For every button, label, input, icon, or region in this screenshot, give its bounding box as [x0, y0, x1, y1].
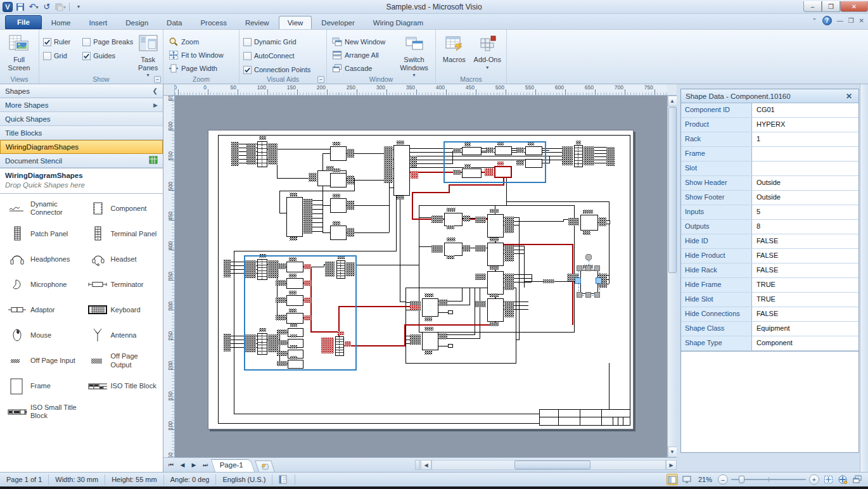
ribbon-tab-design[interactable]: Design — [117, 16, 157, 29]
stencil-section-more-shapes[interactable]: More Shapes▶ — [0, 98, 163, 112]
shape-data-value[interactable] — [752, 147, 858, 161]
stencil-shape-off-page-output[interactable]: Off Page Output — [82, 352, 162, 369]
stencil-shape-off-page-input[interactable]: Off Page Input — [1, 352, 82, 369]
connection-points-checkbox[interactable]: Connection Points — [243, 63, 322, 76]
stencil-section-quick-shapes[interactable]: Quick Shapes — [0, 112, 163, 126]
zoom-percentage[interactable]: 21% — [696, 476, 715, 483]
fit-to-window-button[interactable]: Fit to Window — [166, 48, 236, 61]
status-height[interactable]: Height: 55 mm — [105, 474, 164, 485]
grid-checkbox[interactable]: Grid — [43, 49, 79, 62]
visio-app-icon[interactable]: V — [3, 2, 13, 12]
shape-data-value[interactable]: Component — [752, 336, 858, 350]
shape-data-value[interactable] — [752, 162, 858, 175]
stencil-shape-dynamic-connector[interactable]: Dynamic Connector — [1, 200, 82, 217]
zoom-slider-thumb[interactable] — [739, 476, 744, 483]
stencil-shape-adaptor[interactable]: Adaptor — [1, 302, 82, 318]
horizontal-scroll-thumb[interactable] — [514, 460, 590, 469]
scroll-right-icon[interactable]: ▶ — [666, 460, 677, 470]
macros-button[interactable]: Macros — [438, 31, 470, 73]
shape-data-value[interactable]: Equipment — [752, 322, 858, 336]
help-icon[interactable]: ? — [822, 16, 832, 25]
shape-data-value[interactable]: FALSE — [752, 264, 858, 277]
stencil-section-wiringdiagramshapes[interactable]: WiringDiagramShapes — [0, 140, 163, 154]
vertical-scroll-thumb[interactable] — [668, 107, 677, 273]
status-width[interactable]: Width: 30 mm — [49, 474, 105, 485]
stencil-section-title-blocks[interactable]: Title Blocks — [0, 126, 163, 140]
tab-splitter[interactable] — [415, 460, 420, 470]
shape-data-value[interactable]: FALSE — [752, 234, 858, 248]
save-button[interactable] — [15, 1, 26, 13]
redo-button[interactable]: ↺ — [41, 1, 53, 13]
ribbon-tab-home[interactable]: Home — [42, 16, 80, 29]
stencil-shape-frame[interactable]: Frame — [1, 378, 82, 395]
drawing-viewport[interactable] — [175, 96, 667, 457]
status-page-indicator[interactable]: Page 1 of 1 — [0, 474, 49, 485]
ribbon-tab-data[interactable]: Data — [158, 16, 191, 29]
switch-windows-button[interactable]: Switch Windows▾ — [395, 31, 433, 73]
stencil-shape-iso-title-block[interactable]: ISO Title Block — [82, 378, 162, 395]
undo-button[interactable]: ↶▾ — [28, 1, 39, 13]
doc-close-icon[interactable]: ✕ — [859, 17, 864, 24]
guides-checkbox[interactable]: Guides — [82, 49, 133, 62]
ribbon-tab-view[interactable]: View — [279, 16, 312, 29]
stencil-shape-headset[interactable]: Headset — [82, 251, 162, 267]
stencil-shape-patch-panel[interactable]: Patch Panel — [1, 225, 82, 242]
page-width-button[interactable]: Page Width — [166, 61, 236, 75]
ribbon-tab-process[interactable]: Process — [191, 16, 236, 29]
stencil-shape-mouse[interactable]: Mouse — [1, 327, 82, 343]
page-tab[interactable]: Page-1 — [211, 459, 255, 472]
page-breaks-checkbox[interactable]: Page Breaks — [82, 35, 133, 48]
switch-windows-status-icon[interactable] — [852, 474, 863, 485]
stencil-shape-headphones[interactable]: Headphones — [1, 251, 82, 267]
shape-data-value[interactable]: 1 — [752, 132, 858, 146]
status-angle[interactable]: Angle: 0 deg — [164, 474, 217, 485]
normal-view-icon[interactable] — [667, 474, 678, 485]
shape-data-header[interactable]: Shape Data - Component.10160 ✕ — [681, 89, 858, 103]
stencil-shape-iso-small-title-block[interactable]: ISO Small Title Block — [1, 403, 82, 420]
stencil-shape-terminator[interactable]: Terminator — [82, 276, 162, 293]
stencil-shape-terminal-panel[interactable]: Terminal Panel — [82, 225, 162, 242]
shape-data-value[interactable]: FALSE — [752, 307, 858, 321]
ribbon-tab-wiring-diagram[interactable]: Wiring Diagram — [364, 16, 432, 29]
arrange-all-button[interactable]: Arrange All — [329, 48, 394, 61]
stencil-shape-microphone[interactable]: Microphone — [1, 276, 82, 293]
stencil-shape-keyboard[interactable]: Keyboard — [82, 302, 162, 318]
drawing-page[interactable] — [208, 130, 634, 429]
shape-data-value[interactable]: TRUE — [752, 293, 858, 307]
shape-data-value[interactable]: CG01 — [752, 103, 858, 117]
shape-data-value[interactable]: TRUE — [752, 278, 858, 292]
full-screen-view-icon[interactable] — [681, 474, 692, 485]
next-page-icon[interactable]: ▶ — [189, 462, 199, 468]
shape-data-value[interactable]: Outside — [752, 191, 858, 205]
shapes-panel-header[interactable]: Shapes❮ — [0, 84, 163, 98]
vertical-scrollbar[interactable]: ▲ ▼ — [667, 96, 677, 457]
pan-zoom-window-icon[interactable] — [837, 474, 848, 485]
scroll-left-icon[interactable]: ◀ — [421, 460, 431, 470]
doc-minimize-icon[interactable]: — — [837, 17, 843, 24]
visual-aids-dialog-launcher[interactable]: ⌐ — [317, 76, 324, 83]
stencil-section-document-stencil[interactable]: Document Stencil — [0, 154, 163, 168]
wiring-diagram[interactable] — [208, 130, 634, 430]
insert-page-tab[interactable] — [255, 460, 275, 472]
full-screen-button[interactable]: Full Screen — [3, 31, 35, 73]
status-language[interactable]: English (U.S.) — [216, 474, 272, 485]
scroll-up-icon[interactable]: ▲ — [668, 96, 677, 106]
shape-data-close-icon[interactable]: ✕ — [844, 92, 854, 101]
shape-data-value[interactable]: HYPERX — [752, 118, 858, 132]
cascade-button[interactable]: Cascade — [329, 61, 394, 75]
zoom-out-icon[interactable]: – — [718, 474, 728, 485]
dynamic-grid-checkbox[interactable]: Dynamic Grid — [243, 35, 322, 48]
shape-data-value[interactable]: 5 — [752, 205, 858, 219]
stencil-shape-component[interactable]: Component — [82, 200, 162, 217]
horizontal-scrollbar[interactable]: ◀ ▶ — [414, 458, 677, 472]
minimize-button[interactable]: – — [803, 1, 822, 12]
shape-data-value[interactable]: 8 — [752, 220, 858, 234]
ribbon-tab-insert[interactable]: Insert — [80, 16, 117, 29]
ribbon-tab-developer[interactable]: Developer — [312, 16, 363, 29]
zoom-slider[interactable] — [731, 479, 806, 480]
ribbon-tab-file[interactable]: File — [5, 15, 42, 29]
shape-data-value[interactable]: FALSE — [752, 249, 858, 263]
minimize-ribbon-icon[interactable]: ⌃ — [812, 17, 817, 24]
scroll-down-icon[interactable]: ▼ — [668, 447, 677, 457]
zoom-button[interactable]: Zoom — [166, 35, 236, 48]
